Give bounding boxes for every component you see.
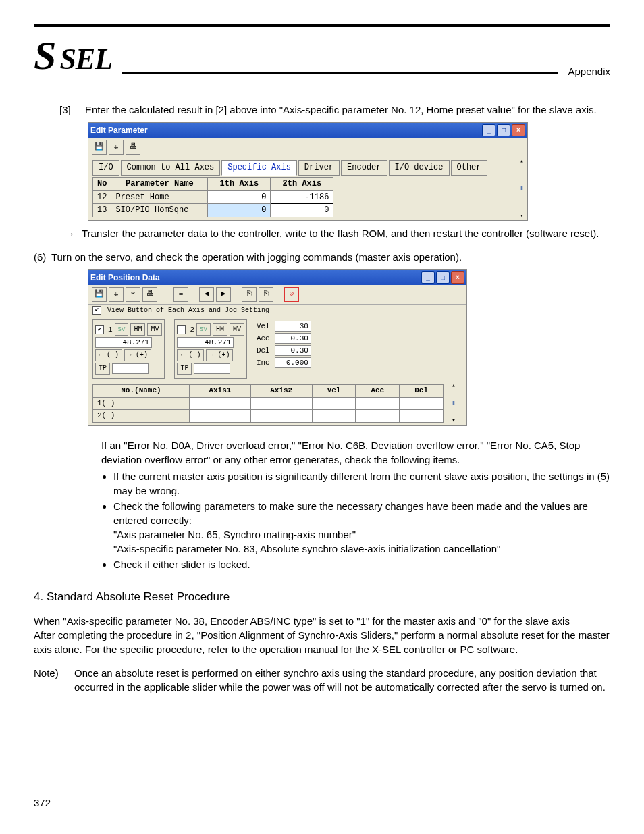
scroll-up-icon[interactable]: ▴ — [452, 382, 455, 390]
vel-input[interactable]: 30 — [275, 321, 311, 332]
error-bullets: If the current master axis position is s… — [113, 469, 610, 571]
axis2-sv-button[interactable]: SV — [196, 323, 211, 336]
cell-a2[interactable]: -1186 — [271, 190, 333, 204]
header-rule — [122, 72, 558, 74]
table-row[interactable]: 2( ) — [93, 410, 444, 422]
axis2-jog-minus[interactable]: ← (-) — [177, 349, 204, 361]
print-icon[interactable]: 🖶 — [142, 287, 157, 302]
save-icon[interactable]: 💾 — [92, 287, 107, 302]
edit-pos-titlebar: Edit Position Data _ □ × — [88, 270, 466, 285]
section4-p2: After completing the procedure in 2, "Po… — [34, 628, 610, 656]
list-icon[interactable]: ≡ — [173, 287, 188, 302]
edit-pos-toolbar: 💾 ⇊ ✂ 🖶 ≡ ◀ ▶ ⎘ ⎘ ⊘ — [88, 285, 466, 305]
bullet-1: If the current master axis position is s… — [113, 469, 610, 498]
axis1-sv-button[interactable]: SV — [115, 323, 129, 336]
save-icon[interactable]: 💾 — [92, 140, 107, 155]
axis1-jog-minus[interactable]: ← (-) — [95, 349, 122, 361]
teach2-icon[interactable]: ⎘ — [259, 287, 273, 302]
axis2-tp-val[interactable] — [194, 363, 230, 374]
dcl-label: Dcl — [257, 346, 273, 356]
view-jog-checkbox[interactable]: ✔ — [92, 306, 101, 315]
param-scrollbar[interactable]: ▴ ▮ ▾ — [516, 157, 527, 220]
tab-io-device[interactable]: I/O device — [389, 160, 450, 176]
edit-position-window: Edit Position Data _ □ × 💾 ⇊ ✂ 🖶 ≡ ◀ ▶ ⎘… — [88, 269, 467, 425]
minimize-button[interactable]: _ — [421, 271, 435, 284]
tab-encoder[interactable]: Encoder — [341, 160, 387, 176]
pos-col-vel: Vel — [312, 385, 356, 397]
cell-a1[interactable]: 0 — [208, 204, 271, 217]
scroll-down-icon[interactable]: ▾ — [520, 212, 523, 221]
cut-icon[interactable]: ✂ — [126, 287, 140, 302]
section4-note: Note) Once an absolute reset is performe… — [34, 666, 610, 694]
axis1-hm-button[interactable]: HM — [130, 323, 145, 336]
vel-label: Vel — [257, 321, 273, 332]
scroll-down-icon[interactable]: ▾ — [452, 417, 455, 425]
axis1-check[interactable]: ✔ — [95, 325, 104, 334]
axis2-box: 2 SV HM MV 48.271 ← (-) → (+) TP — [174, 319, 246, 379]
stop-icon[interactable]: ⊘ — [284, 287, 299, 302]
transfer-icon[interactable]: ⇊ — [109, 140, 124, 155]
bullet-2c: "Axis-specific parameter No. 83, Absolut… — [113, 543, 500, 554]
cell-a1[interactable]: 0 — [208, 190, 271, 204]
scroll-up-icon[interactable]: ▴ — [520, 157, 523, 166]
tab-common[interactable]: Common to All Axes — [121, 160, 221, 176]
transfer-text: Transfer the parameter data to the contr… — [82, 226, 610, 240]
minimize-button[interactable]: _ — [482, 124, 495, 136]
acc-input[interactable]: 0.30 — [275, 333, 311, 344]
axis2-hm-button[interactable]: HM — [213, 323, 227, 336]
cell-a2[interactable]: 0 — [271, 204, 333, 217]
table-row[interactable]: 12 Preset Home 0 -1186 — [93, 190, 333, 204]
step6-num: (6) — [34, 250, 51, 264]
edit-param-title: Edit Parameter — [90, 125, 148, 136]
axis2-check[interactable] — [177, 325, 186, 334]
appendix-label: Appendix — [568, 64, 610, 78]
jog-panel: ✔ 1 SV HM MV 48.271 ← (-) → (+) TP — [88, 317, 466, 382]
section4-title: 4. Standard Absolute Reset Procedure — [34, 589, 610, 605]
inc-input[interactable]: 0.000 — [275, 357, 311, 368]
prev-icon[interactable]: ◀ — [199, 287, 214, 302]
window-buttons: _ □ × — [482, 124, 525, 136]
maximize-button[interactable]: □ — [497, 124, 510, 136]
axis2-num: 2 — [190, 325, 194, 335]
pos-col-a2: Axis2 — [250, 385, 312, 397]
transfer-icon[interactable]: ⇊ — [109, 287, 124, 302]
tab-driver[interactable]: Driver — [298, 160, 340, 176]
axis1-jog-plus[interactable]: → (+) — [124, 349, 151, 361]
table-row[interactable]: 13 SIO/PIO HomSqnc 0 0 — [93, 204, 333, 217]
page-header: S SEL Appendix — [34, 24, 610, 84]
logo-text: SEL — [59, 38, 112, 80]
pos-col-acc: Acc — [356, 385, 400, 397]
axis1-box: ✔ 1 SV HM MV 48.271 ← (-) → (+) TP — [92, 319, 165, 379]
axis2-tp-button[interactable]: TP — [177, 363, 192, 375]
dcl-input[interactable]: 0.30 — [275, 345, 311, 356]
teach1-icon[interactable]: ⎘ — [242, 287, 257, 302]
note-text: Once an absolute reset is performed on e… — [74, 666, 610, 694]
axis2-jog-plus[interactable]: → (+) — [206, 349, 233, 361]
acc-label: Acc — [257, 334, 273, 344]
next-icon[interactable]: ▶ — [216, 287, 231, 302]
transfer-row: → Transfer the parameter data to the con… — [34, 226, 610, 240]
tab-other[interactable]: Other — [451, 160, 487, 176]
logo: S SEL — [34, 27, 112, 84]
table-row[interactable]: 1( ) — [93, 397, 444, 409]
edit-param-toolbar: 💾 ⇊ 🖶 — [88, 138, 527, 157]
jog-params: Vel30 Acc0.30 Dcl0.30 Inc0.000 — [257, 319, 311, 369]
close-button[interactable]: × — [512, 124, 525, 136]
error-para: If an "Error No. D0A, Driver overload er… — [101, 438, 610, 467]
tab-specific-axis[interactable]: Specific Axis — [221, 160, 297, 176]
print-icon[interactable]: 🖶 — [126, 140, 140, 155]
axis1-tp-val[interactable] — [112, 363, 149, 374]
pos-scrollbar[interactable]: ▴ ▮ ▾ — [448, 382, 459, 425]
axis1-tp-button[interactable]: TP — [95, 363, 110, 375]
bullet-3: Check if either slider is locked. — [113, 557, 610, 571]
bullet-2b: "Axis parameter No. 65, Synchro mating-a… — [113, 529, 356, 540]
cell-name: Preset Home — [111, 190, 208, 204]
axis2-mv-button[interactable]: MV — [230, 323, 244, 336]
param-tabs: I/O Common to All Axes Specific Axis Dri… — [88, 157, 516, 176]
tab-io[interactable]: I/O — [92, 160, 119, 176]
axis1-mv-button[interactable]: MV — [147, 323, 162, 336]
maximize-button[interactable]: □ — [436, 271, 450, 284]
close-button[interactable]: × — [451, 271, 464, 284]
axis1-pos: 48.271 — [95, 337, 152, 348]
page-number: 372 — [34, 796, 51, 810]
